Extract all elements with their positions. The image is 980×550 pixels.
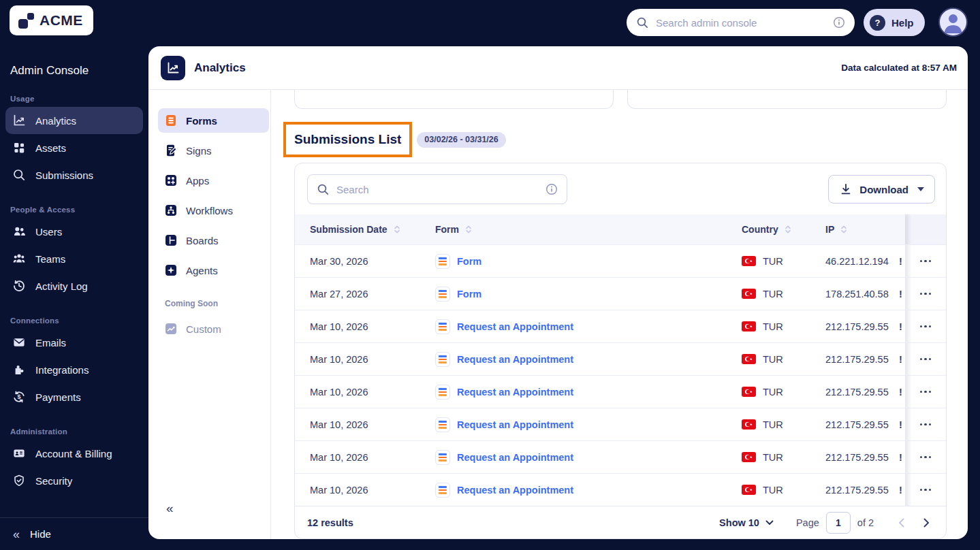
subnav-item-forms[interactable]: Forms [158, 108, 269, 133]
country-code: TUR [763, 256, 783, 267]
section-title: Submissions List [294, 132, 401, 147]
date-range-badge: 03/02/26 - 03/31/26 [417, 132, 505, 148]
truncated-cell: ! [899, 452, 905, 463]
sidebar-item-integrations[interactable]: Integrations [5, 356, 143, 383]
form-link[interactable]: Request an Appointment [435, 385, 742, 400]
payments-dollar-icon: $ [12, 390, 26, 404]
row-actions-button[interactable] [917, 452, 934, 463]
country-code: TUR [763, 419, 783, 430]
table-search[interactable] [307, 174, 567, 204]
admin-search-input[interactable] [656, 17, 826, 29]
acme-logo[interactable]: ACME [10, 5, 93, 35]
submission-date-cell: Mar 10, 2026 [295, 485, 435, 496]
download-button[interactable]: Download [828, 175, 935, 204]
subnav-item-label: Custom [186, 323, 221, 335]
form-link[interactable]: Request an Appointment [435, 319, 742, 334]
truncated-cell: ! [899, 354, 905, 365]
chevron-down-icon [917, 187, 924, 191]
person-icon [940, 9, 966, 35]
row-actions-button[interactable] [917, 354, 934, 365]
subnav-item-apps[interactable]: Apps [158, 168, 269, 193]
sidebar-section-administration: Administration [10, 427, 143, 436]
chevron-down-icon [765, 520, 774, 525]
country-cell: TUR [742, 289, 825, 300]
row-actions-button[interactable] [917, 485, 934, 496]
sidebar-item-activity-log[interactable]: Activity Log [5, 272, 143, 300]
admin-search[interactable] [627, 9, 855, 36]
submissions-table-card: Download Submission Date Form Country [294, 163, 947, 539]
table-search-input[interactable] [336, 184, 539, 195]
boards-icon [165, 234, 177, 246]
help-button[interactable]: ? Help [864, 9, 925, 36]
shield-check-icon [12, 474, 26, 487]
chevron-left-icon [898, 518, 904, 528]
info-icon[interactable] [546, 183, 558, 195]
country-code: TUR [763, 485, 783, 496]
next-page-button[interactable] [919, 515, 934, 530]
form-link[interactable]: Form [435, 287, 742, 302]
previous-page-button[interactable] [894, 515, 908, 530]
country-code: TUR [763, 289, 783, 300]
column-header: Submission Date [310, 224, 388, 235]
sidebar-item-emails[interactable]: Emails [5, 329, 143, 356]
download-label: Download [859, 184, 908, 195]
sidebar-item-account-billing[interactable]: Account & Billing [5, 440, 143, 467]
turkey-flag-icon [742, 354, 756, 364]
sort-icon[interactable] [840, 225, 848, 234]
turkey-flag-icon [742, 387, 756, 397]
row-actions-button[interactable] [917, 387, 934, 398]
sidebar-item-label: Assets [35, 142, 66, 154]
puzzle-icon [12, 363, 26, 376]
subnav-item-custom[interactable]: Custom [158, 317, 269, 341]
subnav-item-signs[interactable]: Signs [158, 138, 269, 163]
truncated-cell: ! [899, 289, 905, 300]
form-link[interactable]: Request an Appointment [435, 352, 742, 367]
country-code: TUR [763, 354, 783, 365]
avatar[interactable] [938, 7, 968, 37]
form-icon [435, 417, 450, 432]
workflows-icon [165, 204, 177, 216]
sidebar-item-label: Payments [35, 391, 81, 403]
sidebar-item-payments[interactable]: $ Payments [5, 383, 143, 410]
form-name: Request an Appointment [457, 321, 573, 332]
form-link[interactable]: Request an Appointment [435, 450, 742, 465]
annotation-highlight-box: Submissions List [283, 122, 412, 157]
info-icon[interactable] [833, 16, 845, 29]
subnav-item-boards[interactable]: Boards [158, 228, 269, 253]
page-number-input[interactable] [826, 512, 851, 534]
subnav-item-workflows[interactable]: Workflows [158, 198, 269, 223]
subnav-item-label: Agents [186, 265, 218, 276]
form-link[interactable]: Request an Appointment [435, 483, 742, 498]
sort-icon[interactable] [784, 225, 792, 234]
sidebar-item-submissions[interactable]: Submissions [5, 161, 143, 189]
sidebar-item-users[interactable]: Users [5, 218, 143, 245]
row-actions-button[interactable] [917, 419, 934, 430]
form-icon [435, 287, 450, 302]
sidebar-item-label: Analytics [35, 115, 76, 127]
assets-blocks-icon [12, 141, 26, 155]
row-actions-button[interactable] [917, 321, 934, 332]
id-card-icon [12, 447, 26, 460]
sort-icon[interactable] [464, 225, 473, 234]
page-size-dropdown[interactable]: Show 10 [719, 517, 774, 528]
sort-icon[interactable] [393, 225, 401, 234]
acme-logo-icon [18, 13, 34, 29]
form-link[interactable]: Form [435, 254, 742, 269]
submission-date-cell: Mar 10, 2026 [295, 354, 435, 365]
sidebar-hide-button[interactable]: « Hide [0, 517, 148, 550]
svg-text:$: $ [17, 393, 20, 400]
chevron-right-icon [923, 518, 930, 528]
row-actions-button[interactable] [917, 289, 934, 300]
sidebar-item-security[interactable]: Security [5, 467, 143, 494]
subnav-collapse-button[interactable]: « [166, 502, 174, 515]
sidebar-item-analytics[interactable]: Analytics [5, 107, 143, 134]
row-actions-button[interactable] [917, 256, 934, 267]
sidebar-item-teams[interactable]: Teams [5, 245, 143, 272]
table-row: Mar 30, 2026 Form TUR 46.221.12.194 ! [295, 244, 946, 277]
sidebar-item-assets[interactable]: Assets [5, 134, 143, 161]
subnav-item-label: Boards [186, 235, 219, 246]
subnav-item-agents[interactable]: Agents [158, 258, 269, 282]
form-link[interactable]: Request an Appointment [435, 417, 742, 432]
form-name: Request an Appointment [457, 387, 573, 398]
table-footer: 12 results Show 10 Page of 2 [295, 506, 946, 539]
